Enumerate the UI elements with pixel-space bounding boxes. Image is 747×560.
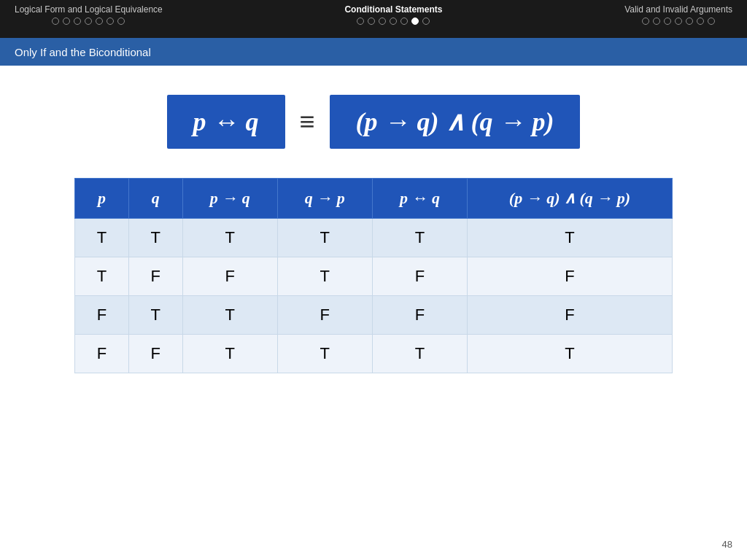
- table-row: F F T T T T: [75, 335, 673, 373]
- truth-table: p q p → q q → p p ↔ q (p → q) ∧ (q → p) …: [74, 178, 673, 373]
- cell-1-3: T: [182, 219, 277, 257]
- dot-c2: [368, 18, 375, 25]
- dot-c6: [411, 18, 419, 25]
- page-number: 48: [722, 539, 732, 550]
- top-navigation: Logical Form and Logical Equivalence Con…: [0, 0, 747, 38]
- cell-4-4: T: [277, 335, 372, 373]
- table-header-row: p q p → q q → p p ↔ q (p → q) ∧ (q → p): [75, 179, 673, 219]
- cell-3-5: F: [372, 296, 467, 335]
- section-header-text: Only If and the Biconditional: [15, 46, 151, 58]
- col-header-qp: q → p: [277, 179, 372, 219]
- nav-dots-conditional: [357, 18, 430, 25]
- section-header: Only If and the Biconditional: [0, 38, 747, 66]
- table-row: T T T T T T: [75, 219, 673, 257]
- dot-2: [63, 18, 70, 25]
- dot-7: [117, 18, 125, 25]
- dot-4: [85, 18, 92, 25]
- cell-3-2: T: [128, 296, 182, 335]
- cell-3-1: F: [75, 296, 129, 335]
- formula-display: p ↔ q ≡ (p → q) ∧ (q → p): [58, 95, 689, 149]
- page-number-text: 48: [722, 539, 732, 550]
- cell-2-5: F: [372, 257, 467, 296]
- nav-section-valid-invalid[interactable]: Valid and Invalid Arguments: [624, 4, 732, 25]
- formula-right-box: (p → q) ∧ (q → p): [330, 95, 581, 149]
- cell-1-2: T: [128, 219, 182, 257]
- dot-v3: [664, 18, 671, 25]
- cell-1-6: T: [467, 219, 672, 257]
- dot-v1: [642, 18, 649, 25]
- dot-3: [74, 18, 81, 25]
- formula-left-box: p ↔ q: [167, 95, 285, 149]
- nav-dots-valid-invalid: [642, 18, 715, 25]
- col-header-pq: p → q: [182, 179, 277, 219]
- dot-v2: [653, 18, 660, 25]
- main-content: p ↔ q ≡ (p → q) ∧ (q → p) p q p → q q → …: [0, 66, 747, 395]
- cell-2-2: F: [128, 257, 182, 296]
- cell-2-6: F: [467, 257, 672, 296]
- col-header-p: p: [75, 179, 129, 219]
- nav-dots-logical-form: [52, 18, 125, 25]
- dot-1: [52, 18, 59, 25]
- cell-4-6: T: [467, 335, 672, 373]
- col-header-q: q: [128, 179, 182, 219]
- dot-c7: [422, 18, 430, 25]
- cell-3-4: F: [277, 296, 372, 335]
- cell-4-3: T: [182, 335, 277, 373]
- dot-v5: [686, 18, 693, 25]
- dot-v4: [675, 18, 682, 25]
- nav-title-valid-invalid: Valid and Invalid Arguments: [624, 4, 732, 15]
- nav-title-conditional: Conditional Statements: [344, 4, 442, 15]
- cell-2-3: F: [182, 257, 277, 296]
- dot-v6: [697, 18, 704, 25]
- cell-2-4: T: [277, 257, 372, 296]
- cell-1-4: T: [277, 219, 372, 257]
- nav-section-logical-form[interactable]: Logical Form and Logical Equivalence: [15, 4, 163, 25]
- cell-3-3: T: [182, 296, 277, 335]
- formula-left: p ↔ q: [193, 106, 259, 137]
- dot-c1: [357, 18, 364, 25]
- cell-4-1: F: [75, 335, 129, 373]
- cell-4-2: F: [128, 335, 182, 373]
- dot-c4: [390, 18, 397, 25]
- table-row: F T T F F F: [75, 296, 673, 335]
- cell-3-6: F: [467, 296, 672, 335]
- dot-6: [107, 18, 114, 25]
- dot-c3: [379, 18, 386, 25]
- cell-2-1: T: [75, 257, 129, 296]
- equiv-symbol: ≡: [300, 106, 315, 137]
- cell-1-1: T: [75, 219, 129, 257]
- nav-section-conditional[interactable]: Conditional Statements: [344, 4, 442, 25]
- dot-5: [96, 18, 103, 25]
- cell-1-5: T: [372, 219, 467, 257]
- dot-v7: [708, 18, 715, 25]
- table-row: T F F T F F: [75, 257, 673, 296]
- dot-c5: [400, 18, 408, 25]
- cell-4-5: T: [372, 335, 467, 373]
- nav-title-logical-form: Logical Form and Logical Equivalence: [15, 4, 163, 15]
- col-header-bicond: p ↔ q: [372, 179, 467, 219]
- formula-right: (p → q) ∧ (q → p): [356, 106, 554, 137]
- col-header-full: (p → q) ∧ (q → p): [467, 179, 672, 219]
